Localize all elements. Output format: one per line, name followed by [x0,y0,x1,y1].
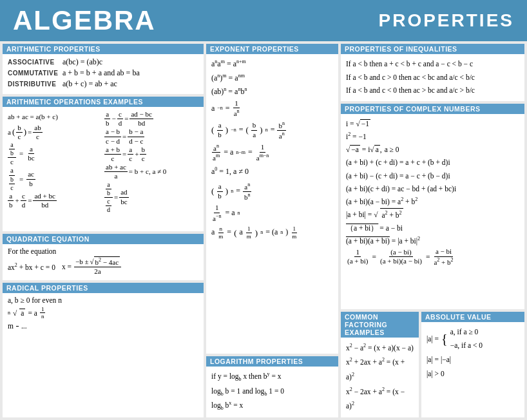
complex-10: (a + bi)(a + bi) = |a + bi|2 [346,234,519,247]
distributive-row: DISTRIBUTIVE a(b + c) = ab + ac [8,79,198,89]
exp-5: (ab)−n = (ba)n = bnan [211,120,333,140]
complex-2: i2 = −1 [346,130,519,143]
ops-formula-r5: ab cd = adbc [104,181,198,214]
absolute-section: ABSOLUTE VALUE |a| = { a, if a ≥ 0 −a, i… [421,312,524,417]
complex-9: （a + bi） = a − bi [346,222,519,234]
ops-formula-r2: a − bc − d = b − ad − c [104,128,198,145]
arithmetic-ops-section: ARITHMETIC OPERATIONS EXAMPLES ab + ac =… [3,97,204,231]
quadratic-content: For the equation ax2 + bx + c = 0 x = −b… [8,247,198,276]
factor-3: x2 − 2ax + a2 = (x − a)2 [346,385,414,414]
ops-formulas: ab + ac = a(b + c) a(bc) = abc abc = abc… [8,110,198,214]
complex-8: |a + bi| = √a2 + b2 [346,208,519,222]
associative-label: ASSOCIATIVE [8,59,62,66]
inequalities-section: PROPERTIES OF INEQUALITIES If a < b then… [341,44,524,101]
ops-formula-r3: a + bc = ac + bc [104,146,198,163]
associative-row: ASSOCIATIVE a(bc) = (ab)c [8,57,198,67]
log-content: if y = logb x then by = x logb b = 1 and… [211,370,333,414]
ops-formula-r4: ab + aca = b + c, a ≠ 0 [104,163,198,180]
ops-formula-r1: ab − cd = ad − bcbd [104,110,198,128]
exp-3: (ab)n = anbn [211,85,333,99]
complex-3: √−a = i√a, a ≥ 0 [346,143,519,156]
factor-1: x2 − a2 = (x + a)(x − a) [346,341,414,356]
factoring-header: COMMON FACTORING EXAMPLES [341,312,419,338]
ops-formula-1: ab + ac = a(b + c) [8,110,102,124]
main-content: ARITHMETIC PROPERTIES ASSOCIATIVE a(bc) … [0,41,527,420]
complex-11: 1 (a + bi) = (a − bi) (a + bi)(a − bi) =… [346,247,519,266]
exp-9: 1a−n = an [211,204,333,222]
radical-formula-2: m ... [8,322,198,330]
commutative-row: COMMUTATIVE a + b = b + a and ab = ba [8,68,198,78]
column-2: EXPONENT PROPERTIES anam = an+m (an)m = … [206,44,338,417]
ops-formula-4: abc = acb [8,166,102,191]
ops-left: ab + ac = a(b + c) a(bc) = abc abc = abc… [8,110,102,214]
quadratic-solution: x = −b ± √b2 − 4ac 2a [62,256,121,276]
log-2: logb b = 1 and logb 1 = 0 [211,385,333,399]
column-1: ARITHMETIC PROPERTIES ASSOCIATIVE a(bc) … [3,44,204,417]
abs-content: |a| = { a, if a ≥ 0 −a, if a < 0 |a| = |… [426,325,519,381]
ops-right: ab − cd = ad − bcbd a − bc − d = b − ad … [104,110,198,214]
quadratic-eq: ax2 + bx + c = 0 [8,262,55,271]
ineq-3: If a < b and c < 0 then ac > bc and a/c … [346,84,519,97]
exp-4: a−n = 1an [211,99,333,118]
radical-condition: a, b ≥ 0 for even n [8,296,198,304]
radical-header: RADICAL PROPERTIES [3,283,204,293]
arithmetic-properties-header: ARITHMETIC PROPERTIES [3,44,204,54]
complex-section: PROPERTIES OF COMPLEX NUMBERS i = √−1 i2… [341,104,524,309]
page: ALGEBRA PROPERTIES ARITHMETIC PROPERTIES… [0,0,527,420]
complex-1: i = √−1 [346,117,519,130]
exp-10: anm = (a1m)n = (an)1m [211,225,333,240]
distributive-formula: a(b + c) = ab + ac [62,79,117,89]
log-1: if y = logb x then by = x [211,370,333,385]
ineq-2: If a < b and c > 0 then ac < bc and a/c … [346,71,519,84]
arithmetic-properties-section: ARITHMETIC PROPERTIES ASSOCIATIVE a(bc) … [3,44,204,94]
page-title: ALGEBRA [13,5,156,36]
exponent-header: EXPONENT PROPERTIES [206,44,338,54]
ineq-1: If a < b then a + c < b + c and a − c < … [346,57,519,71]
inequalities-header: PROPERTIES OF INEQUALITIES [341,44,524,54]
ops-formula-3: abc = abc [8,141,102,166]
complex-6: (a + bi)(c + di) = ac − bd + (ad + bc)i [346,182,519,195]
factoring-content: x2 − a2 = (x + a)(x − a) x2 + 2ax + a2 =… [346,341,414,414]
exponent-content: anam = an+m (an)m = anm (ab)n = anbn a−n… [211,57,333,240]
logarithm-header: LOGARITHM PROPERTIES [206,356,338,367]
complex-header: PROPERTIES OF COMPLEX NUMBERS [341,104,524,114]
radical-content: a, b ≥ 0 for even n n√a = a1n m ... [8,296,198,330]
arithmetic-ops-header: ARITHMETIC OPERATIONS EXAMPLES [3,97,204,107]
exp-6: anam = an−m = 1am−n [211,143,333,163]
absolute-header: ABSOLUTE VALUE [421,312,524,322]
exp-1: anam = an+m [211,57,333,72]
logarithm-section: LOGARITHM PROPERTIES if y = logb x then … [206,356,338,417]
quadratic-formulas: ax2 + bx + c = 0 x = −b ± √b2 − 4ac 2a [8,256,198,276]
complex-4: (a + bi) + (c + di) = a + c + (b + d)i [346,156,519,169]
complex-content: i = √−1 i2 = −1 √−a = i√a, a ≥ 0 (a + bi… [346,117,519,266]
exp-7: a0 = 1, a ≠ 0 [211,165,333,179]
commutative-label: COMMUTATIVE [8,70,62,77]
abs-1: |a| = { a, if a ≥ 0 −a, if a < 0 [426,325,519,354]
exp-2: (an)m = anm [211,72,333,86]
complex-5: (a + bi) − (c + di) = a − c + (b − d)i [346,169,519,182]
factoring-section: COMMON FACTORING EXAMPLES x2 − a2 = (x +… [341,312,419,417]
complex-7: (a + bi)(a − bi) = a2 + b2 [346,195,519,208]
log-3: logb bx = x [211,399,333,414]
header: ALGEBRA PROPERTIES [0,0,527,41]
distributive-label: DISTRIBUTIVE [8,81,62,88]
associative-formula: a(bc) = (ab)c [62,57,102,67]
exp-8: (ab)n = anbn [211,182,333,202]
commutative-formula: a + b = b + a and ab = ba [62,68,140,78]
page-subtitle: PROPERTIES [379,10,514,31]
ops-formula-2: a(bc) = abc [8,124,102,141]
radical-formula-1: n√a = a1n [8,306,198,321]
exponent-section: EXPONENT PROPERTIES anam = an+m (an)m = … [206,44,338,354]
abs-2: |a| = |−a| [426,353,519,367]
column-3: PROPERTIES OF INEQUALITIES If a < b then… [341,44,524,417]
quadratic-section: QUADRATIC EQUATION For the equation ax2 … [3,234,204,280]
ops-formula-5: ab + cd = ad + bcbd [8,192,102,209]
quadratic-intro: For the equation [8,247,198,255]
ineq-content: If a < b then a + c < b + c and a − c < … [346,57,519,97]
abs-3: |a| > 0 [426,367,519,381]
factor-2: x2 + 2ax + a2 = (x + a)2 [346,355,414,384]
bottom-row: COMMON FACTORING EXAMPLES x2 − a2 = (x +… [341,312,524,417]
quadratic-header: QUADRATIC EQUATION [3,234,204,244]
radical-section: RADICAL PROPERTIES a, b ≥ 0 for even n n… [3,283,204,417]
